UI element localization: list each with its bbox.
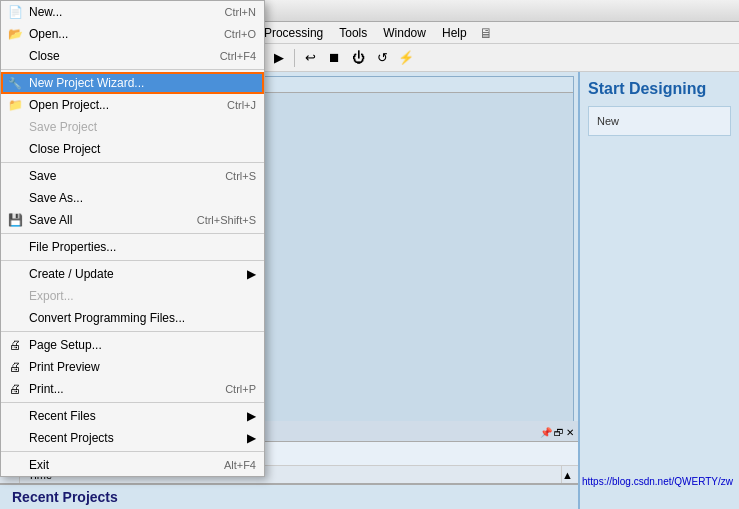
separator-1 — [1, 69, 264, 70]
menu-item-close[interactable]: Close Ctrl+F4 — [1, 45, 264, 67]
properties-icon — [7, 239, 23, 255]
convert-icon — [7, 310, 23, 326]
menu-item-exit[interactable]: Exit Alt+F4 — [1, 454, 264, 476]
menu-item-file-properties[interactable]: File Properties... — [1, 236, 264, 258]
separator-6 — [1, 402, 264, 403]
menu-item-page-setup[interactable]: 🖨 Page Setup... — [1, 334, 264, 356]
print-preview-icon: 🖨 — [7, 359, 23, 375]
menu-item-recent-files[interactable]: Recent Files ▶ — [1, 405, 264, 427]
submenu-arrow-recent-projects: ▶ — [247, 431, 256, 445]
save-as-icon — [7, 190, 23, 206]
separator-3 — [1, 233, 264, 234]
file-dropdown-menu: 📄 New... Ctrl+N 📂 Open... Ctrl+O Close C… — [0, 0, 265, 477]
submenu-arrow-create: ▶ — [247, 267, 256, 281]
export-icon — [7, 288, 23, 304]
open-icon: 📂 — [7, 26, 23, 42]
page-setup-icon: 🖨 — [7, 337, 23, 353]
exit-icon — [7, 457, 23, 473]
menu-item-print-preview[interactable]: 🖨 Print Preview — [1, 356, 264, 378]
menu-item-open[interactable]: 📂 Open... Ctrl+O — [1, 23, 264, 45]
menu-item-new-project-wizard[interactable]: 🔧 New Project Wizard... — [1, 72, 264, 94]
menu-item-convert[interactable]: Convert Programming Files... — [1, 307, 264, 329]
close-project-icon — [7, 141, 23, 157]
recent-files-icon — [7, 408, 23, 424]
wizard-icon: 🔧 — [7, 75, 23, 91]
close-file-icon — [7, 48, 23, 64]
open-project-icon: 📁 — [7, 97, 23, 113]
dropdown-overlay: 📄 New... Ctrl+N 📂 Open... Ctrl+O Close C… — [0, 0, 739, 509]
menu-item-save-project: Save Project — [1, 116, 264, 138]
submenu-arrow-recent-files: ▶ — [247, 409, 256, 423]
print-icon: 🖨 — [7, 381, 23, 397]
save-icon — [7, 168, 23, 184]
menu-item-print[interactable]: 🖨 Print... Ctrl+P — [1, 378, 264, 400]
create-icon — [7, 266, 23, 282]
save-all-icon: 💾 — [7, 212, 23, 228]
new-file-icon: 📄 — [7, 4, 23, 20]
menu-item-close-project[interactable]: Close Project — [1, 138, 264, 160]
separator-2 — [1, 162, 264, 163]
separator-4 — [1, 260, 264, 261]
menu-item-save-as[interactable]: Save As... — [1, 187, 264, 209]
menu-item-export: Export... — [1, 285, 264, 307]
menu-item-new[interactable]: 📄 New... Ctrl+N — [1, 1, 264, 23]
menu-item-open-project[interactable]: 📁 Open Project... Ctrl+J — [1, 94, 264, 116]
menu-item-save-all[interactable]: 💾 Save All Ctrl+Shift+S — [1, 209, 264, 231]
menu-item-create-update[interactable]: Create / Update ▶ — [1, 263, 264, 285]
save-project-icon — [7, 119, 23, 135]
separator-5 — [1, 331, 264, 332]
menu-item-recent-projects[interactable]: Recent Projects ▶ — [1, 427, 264, 449]
separator-7 — [1, 451, 264, 452]
menu-item-save[interactable]: Save Ctrl+S — [1, 165, 264, 187]
recent-projects-icon — [7, 430, 23, 446]
